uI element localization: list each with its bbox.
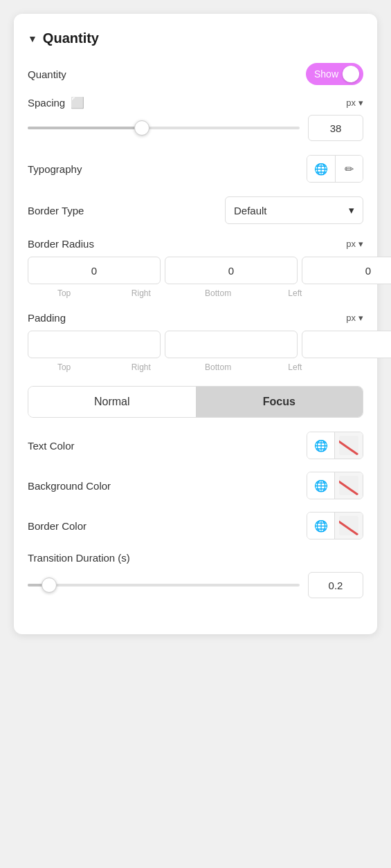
- text-color-row: Text Color 🌐: [28, 432, 363, 459]
- transition-label: Transition Duration (s): [28, 552, 130, 564]
- typography-globe-btn[interactable]: 🌐: [307, 156, 335, 182]
- border-radius-unit-selector[interactable]: px ▾: [346, 239, 363, 249]
- spacing-unit-chevron: ▾: [358, 98, 363, 108]
- quantity-toggle[interactable]: Show: [306, 63, 363, 85]
- padding-inputs: 🔗: [28, 331, 363, 358]
- spacing-slider-track[interactable]: [28, 127, 300, 129]
- border-type-dropdown[interactable]: Default ▾: [225, 196, 363, 224]
- toggle-knob: [343, 66, 359, 82]
- padding-right-input[interactable]: [165, 331, 298, 358]
- text-color-label: Text Color: [28, 440, 75, 452]
- border-radius-left-label: Left: [259, 288, 331, 298]
- padding-unit: px: [346, 313, 356, 323]
- border-radius-right-input[interactable]: [165, 257, 298, 284]
- border-type-chevron: ▾: [349, 204, 354, 216]
- padding-section: Padding px ▾ 🔗 Top Right Bottom Left: [28, 312, 363, 372]
- quantity-label: Quantity: [28, 68, 66, 80]
- background-color-row: Background Color 🌐: [28, 472, 363, 499]
- border-radius-section: Border Radius px ▾ 🔗 Top Right Bottom Le…: [28, 238, 363, 298]
- padding-unit-chevron: ▾: [358, 313, 363, 323]
- spacing-unit-selector[interactable]: px ▾: [346, 98, 363, 108]
- quantity-panel: ▼ Quantity Quantity Show Spacing ⬜ px ▾ …: [14, 14, 377, 634]
- padding-right-label: Right: [104, 362, 177, 372]
- text-color-swatch-inner: [339, 436, 358, 455]
- border-radius-header: Border Radius px ▾: [28, 238, 363, 250]
- border-color-swatch[interactable]: [335, 513, 363, 539]
- spacing-slider-fill: [28, 127, 142, 129]
- background-color-label: Background Color: [28, 480, 111, 492]
- padding-labels: Top Right Bottom Left: [28, 362, 363, 372]
- border-radius-right-label: Right: [104, 288, 177, 298]
- typography-btn-group: 🌐 ✏: [307, 155, 363, 183]
- border-radius-bottom-label: Bottom: [182, 288, 255, 298]
- tab-focus[interactable]: Focus: [196, 387, 363, 417]
- transition-section: Transition Duration (s) 0.2: [28, 552, 363, 598]
- padding-top-label: Top: [28, 362, 100, 372]
- transition-slider-thumb[interactable]: [42, 578, 57, 593]
- border-radius-bottom-input[interactable]: [302, 257, 391, 284]
- padding-unit-selector[interactable]: px ▾: [346, 313, 363, 323]
- quantity-row: Quantity Show: [28, 63, 363, 85]
- border-color-swatch-inner: [339, 516, 358, 535]
- padding-bottom-label: Bottom: [182, 362, 255, 372]
- background-color-swatch-inner: [339, 476, 358, 495]
- transition-value-input[interactable]: 0.2: [308, 572, 363, 598]
- border-radius-unit-chevron: ▾: [358, 239, 363, 249]
- spacing-unit: px: [346, 98, 356, 108]
- border-radius-top-label: Top: [28, 288, 100, 298]
- border-radius-top-input[interactable]: [28, 257, 161, 284]
- border-type-row: Border Type Default ▾: [28, 196, 363, 224]
- typography-label: Typography: [28, 163, 82, 175]
- border-color-btn-group: 🌐: [307, 512, 363, 539]
- padding-top-input[interactable]: [28, 331, 161, 358]
- border-radius-unit: px: [346, 239, 356, 249]
- spacing-slider-thumb[interactable]: [134, 120, 149, 136]
- section-title: Quantity: [43, 30, 99, 46]
- transition-slider-row: 0.2: [28, 572, 363, 598]
- text-color-btn-group: 🌐: [307, 432, 363, 459]
- typography-edit-btn[interactable]: ✏: [335, 156, 363, 182]
- monitor-icon: ⬜: [71, 96, 84, 109]
- border-type-label: Border Type: [28, 205, 84, 216]
- text-color-globe-btn[interactable]: 🌐: [307, 432, 335, 459]
- background-color-btn-group: 🌐: [307, 472, 363, 499]
- border-radius-labels: Top Right Bottom Left: [28, 288, 363, 298]
- border-radius-inputs: 🔗: [28, 257, 363, 284]
- typography-row: Typography 🌐 ✏: [28, 155, 363, 183]
- padding-left-label: Left: [259, 362, 331, 372]
- toggle-label: Show: [314, 68, 338, 80]
- border-type-value: Default: [234, 205, 267, 216]
- transition-slider-track[interactable]: [28, 584, 300, 587]
- spacing-label-group: Spacing ⬜: [28, 96, 84, 109]
- spacing-header-row: Spacing ⬜ px ▾: [28, 96, 363, 109]
- tab-normal[interactable]: Normal: [28, 387, 196, 417]
- spacing-label: Spacing: [28, 97, 65, 109]
- padding-label: Padding: [28, 312, 66, 324]
- background-color-swatch[interactable]: [335, 472, 363, 499]
- border-color-label: Border Color: [28, 520, 87, 532]
- border-color-row: Border Color 🌐: [28, 512, 363, 539]
- normal-focus-tabs: Normal Focus: [28, 386, 363, 418]
- section-header: ▼ Quantity: [28, 30, 363, 46]
- padding-bottom-input[interactable]: [302, 331, 391, 358]
- collapse-chevron[interactable]: ▼: [28, 33, 37, 44]
- spacing-value-input[interactable]: 38: [308, 115, 363, 141]
- border-color-globe-btn[interactable]: 🌐: [307, 513, 335, 539]
- spacing-slider-row: 38: [28, 115, 363, 141]
- padding-header: Padding px ▾: [28, 312, 363, 324]
- transition-header-row: Transition Duration (s): [28, 552, 363, 564]
- border-radius-label: Border Radius: [28, 238, 94, 250]
- background-color-globe-btn[interactable]: 🌐: [307, 472, 335, 499]
- text-color-swatch[interactable]: [335, 432, 363, 459]
